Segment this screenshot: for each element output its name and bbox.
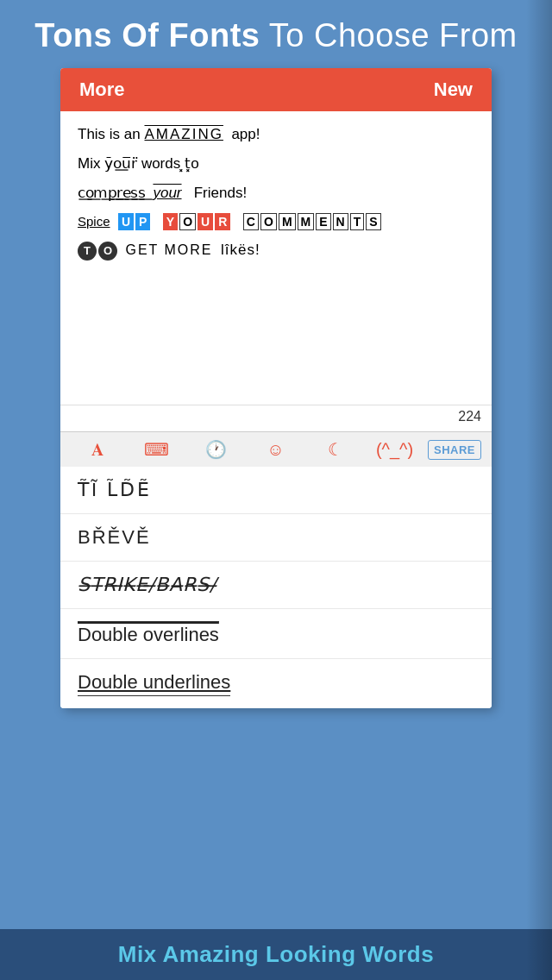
card-topbar: More New (60, 68, 492, 111)
keyboard-toolbar: 𝐀 ⌨ 🕐 ☺ ☾ (^_^) SHARE (60, 431, 492, 467)
keyboard-icon[interactable]: ⌨ (130, 439, 183, 460)
font-item-double-under[interactable]: Double underlines (60, 659, 492, 708)
font-icon[interactable]: 𝐀 (71, 440, 123, 460)
more-label[interactable]: More (79, 79, 125, 101)
new-label[interactable]: New (434, 79, 473, 101)
moon-icon[interactable]: ☾ (309, 439, 361, 460)
char-count: 224 (60, 405, 492, 431)
header: Tons Of Fonts To Choose From (0, 0, 552, 68)
text-line-2: Mix ȳo͟u̅r̈ words ͓t͓o (78, 154, 474, 173)
text-line-4: Spice UP YOUR COMMENTS (78, 213, 474, 230)
text-content-area[interactable]: This is an AMAZING app! Mix ȳo͟u̅r̈ word… (60, 111, 492, 405)
share-button[interactable]: SHARE (428, 440, 481, 460)
clock-icon[interactable]: 🕐 (190, 439, 242, 460)
footer: Mix Amazing Looking Words (0, 929, 552, 980)
header-title: Tons Of Fonts To Choose From (14, 17, 538, 54)
font-item-tilde[interactable]: T̃Ĩ L̃D̃Ẽ (60, 467, 492, 514)
kaomoji-icon[interactable]: (^_^) (368, 440, 421, 460)
font-item-double-over[interactable]: Double overlines (60, 609, 492, 659)
main-card: More New This is an AMAZING app! Mix ȳo͟… (60, 68, 492, 708)
text-line-5: TO GET MORE lîkës! (78, 241, 474, 261)
emoji-icon[interactable]: ☺ (249, 440, 302, 460)
header-title-bold: Tons Of Fonts (34, 17, 260, 53)
amazing-text: AMAZING (144, 126, 223, 142)
text-line-3: c͟o͟m͟p͟r͟e͟s͟s͟ your Friends! (78, 184, 474, 203)
font-list: T̃Ĩ L̃D̃Ẽ BŘĚVĚ S̶T̶R̶I̶K̶E̶/̶B̶A̶R̶S̶/̶… (60, 467, 492, 708)
text-line-1: This is an AMAZING app! (78, 125, 474, 144)
header-title-thin: To Choose From (260, 17, 517, 53)
footer-text: Mix Amazing Looking Words (118, 941, 434, 967)
font-item-breve[interactable]: BŘĚVĚ (60, 514, 492, 562)
font-item-strike[interactable]: S̶T̶R̶I̶K̶E̶/̶B̶A̶R̶S̶/̶ (60, 562, 492, 609)
